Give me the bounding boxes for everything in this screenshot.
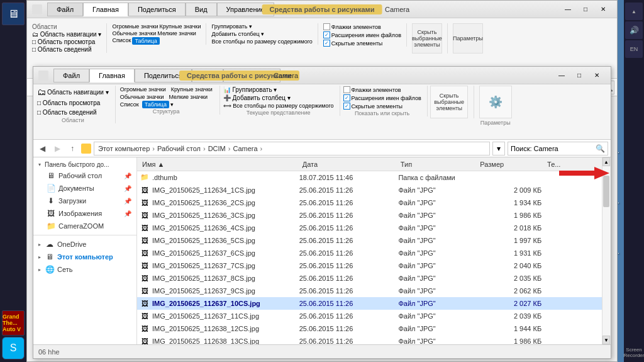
nav-downloads[interactable]: ⬇ Загрузки 📌: [33, 195, 136, 207]
normal-icons-back[interactable]: Обычные значки: [112, 30, 156, 37]
file-row-selected[interactable]: 🖼IMG_20150625_112637_10CS.jpg 25.06.2015…: [137, 297, 602, 310]
small-icons-back[interactable]: Мелкие значки: [157, 30, 196, 37]
file-row-4[interactable]: 🖼IMG_20150625_112636_5CS.jpg 25.06.2015 …: [137, 234, 602, 247]
taskbar-right-icon-2[interactable]: 🔊: [625, 21, 643, 39]
search-icon-front[interactable]: 🔍: [596, 144, 605, 153]
file-type-7: Файл "JPG": [396, 274, 476, 282]
scroll-thumb[interactable]: [603, 176, 609, 207]
table-btn-back[interactable]: Таблица: [132, 37, 159, 45]
nav-images[interactable]: 🖼 Изображения 📌: [33, 207, 136, 220]
fit-cols-btn[interactable]: ⟺ Все столбцы по размеру содержимого: [223, 102, 335, 110]
cb-ext[interactable]: ✓: [343, 94, 350, 101]
tab-view-back[interactable]: Вид: [186, 3, 217, 16]
details-btn-back[interactable]: □ Область сведений: [32, 46, 101, 53]
tab-file-back[interactable]: Файл: [47, 3, 83, 16]
col-header-tag[interactable]: Те...: [545, 161, 599, 168]
file-row-dthumb[interactable]: 📁 .dthumb 18.07.2015 11:46 Папка с файла…: [137, 171, 602, 184]
scroll-down-btn[interactable]: ▼: [602, 336, 610, 344]
nav-quick-access[interactable]: ▾ Панель быстрого до...: [33, 160, 136, 169]
col-header-name[interactable]: Имя ▲: [140, 161, 300, 168]
up-nav-front[interactable]: ↑: [66, 142, 79, 155]
nav-camerazoom[interactable]: 📁 CameraZOOM: [33, 220, 136, 232]
nav-camerazoom-label: CameraZOOM: [58, 222, 104, 230]
cb-flags-label-back: Флажки элементов: [331, 24, 381, 30]
add-col-btn-back[interactable]: Добавить столбец ▾: [211, 31, 312, 37]
large-icons-back[interactable]: Крупные значки: [159, 23, 201, 30]
nav-panel-btn-back[interactable]: 🗂 Область навигации ▾: [32, 31, 101, 38]
path-desktop-front[interactable]: Рабочий стол: [157, 145, 201, 152]
file-row-2[interactable]: 🖼IMG_20150625_112636_3CS.jpg 25.06.2015 …: [137, 209, 602, 222]
tab-share-back[interactable]: Поделиться: [128, 3, 186, 16]
group-btn-back[interactable]: Группировать ▾: [211, 23, 312, 30]
address-path-front[interactable]: Этот компьютер › Рабочий стол › DCIM › C…: [94, 142, 490, 156]
search-box-front[interactable]: 🔍: [508, 142, 608, 156]
taskbar-right-icon-3[interactable]: EN: [625, 40, 643, 58]
file-row-0[interactable]: 🖼 IMG_20150625_112634_1CS.jpg 25.06.2015…: [137, 184, 602, 196]
tab-home-front[interactable]: Главная: [89, 69, 135, 82]
hide-selected-btn[interactable]: Скрыть выбранные элементы: [430, 86, 468, 118]
file-row-8[interactable]: 🖼IMG_20150625_112637_9CS.jpg 25.06.2015 …: [137, 285, 602, 297]
minimize-back[interactable]: —: [559, 3, 577, 16]
close-back[interactable]: ✕: [594, 3, 612, 16]
minimize-front[interactable]: —: [553, 69, 570, 82]
huge-icons-btn[interactable]: Огромные значки: [118, 86, 168, 93]
back-nav-front[interactable]: ◀: [36, 142, 48, 155]
maximize-back[interactable]: □: [577, 3, 594, 16]
preview-btn[interactable]: □ Область просмотра: [36, 98, 110, 108]
path-camera-front[interactable]: Camera: [233, 145, 257, 152]
nav-onedrive[interactable]: ▸ ☁ OneDrive: [33, 238, 136, 251]
params-btn[interactable]: ⚙️: [479, 86, 512, 118]
nav-panel-btn[interactable]: 🗂 Область навигации ▾: [36, 86, 110, 98]
list-btn-back[interactable]: Список: [112, 37, 131, 45]
file-row-6[interactable]: 🖼IMG_20150625_112637_7CS.jpg 25.06.2015 …: [137, 259, 602, 272]
file-row-12[interactable]: 🖼IMG_20150625_112638_13CS.jpg 25.06.2015…: [137, 335, 602, 344]
params-btn-back[interactable]: Параметры: [453, 23, 483, 54]
col-header-type[interactable]: Тип: [398, 161, 477, 168]
search-input-front[interactable]: [511, 145, 596, 152]
path-dcim-front[interactable]: DCIM: [208, 145, 226, 152]
file-date-dthumb: 18.07.2015 11:46: [297, 174, 396, 181]
cb-ext-label-back: Расширения имен файлов: [331, 32, 401, 38]
file-row-10[interactable]: 🖼IMG_20150625_112637_11CS.jpg 25.06.2015…: [137, 310, 602, 322]
preview-btn-back[interactable]: □ Область просмотра: [32, 38, 101, 45]
small-icons-btn[interactable]: Мелкие значки: [167, 93, 210, 101]
file-size-12: 1 986 КБ: [476, 337, 544, 345]
group-btn[interactable]: 📊 Группировать ▾: [223, 86, 335, 94]
path-dropdown-front[interactable]: ▾: [492, 142, 505, 156]
col-header-size[interactable]: Размер: [477, 161, 545, 168]
hide-selected-btn-back[interactable]: Скрыть выбранные элементы: [412, 23, 442, 54]
file-row-7[interactable]: 🖼IMG_20150625_112637_8CS.jpg 25.06.2015 …: [137, 272, 602, 285]
taskbar-icon-gta[interactable]: Grand The... Auto V: [2, 310, 25, 336]
fit-cols-btn-back[interactable]: Все столбцы по размеру содержимого: [211, 38, 312, 45]
taskbar-right-icon-1[interactable]: ▲: [625, 3, 643, 20]
layout-expand-btn[interactable]: ▾: [170, 101, 174, 108]
close-front[interactable]: ✕: [588, 69, 606, 82]
tab-home-back[interactable]: Главная: [83, 3, 128, 16]
cb-flags[interactable]: [343, 86, 350, 93]
path-thispc-front[interactable]: Этот компьютер: [98, 145, 150, 152]
large-icons-btn[interactable]: Крупные значки: [169, 86, 214, 93]
nav-network[interactable]: ▸ 🌐 Сеть: [33, 263, 136, 276]
details-btn[interactable]: □ Область сведений: [36, 108, 110, 117]
col-header-date[interactable]: Дата: [300, 161, 398, 168]
maximize-front[interactable]: □: [570, 69, 588, 82]
fwd-nav-front[interactable]: ▶: [51, 142, 64, 155]
file-row-5[interactable]: 🖼IMG_20150625_112637_6CS.jpg 25.06.2015 …: [137, 247, 602, 259]
tab-file-front[interactable]: Файл: [53, 69, 89, 82]
file-row-3[interactable]: 🖼IMG_20150625_112636_4CS.jpg 25.06.2015 …: [137, 222, 602, 234]
cb-hidden[interactable]: ✓: [343, 103, 350, 110]
huge-icons-back[interactable]: Огромные значки: [112, 23, 158, 30]
file-row-11[interactable]: 🖼IMG_20150625_112638_12CS.jpg 25.06.2015…: [137, 322, 602, 335]
file-row-1[interactable]: 🖼IMG_20150625_112636_2CS.jpg 25.06.2015 …: [137, 196, 602, 209]
normal-icons-btn[interactable]: Обычные значки: [118, 93, 166, 101]
nav-docs[interactable]: 📄 Документы 📌: [33, 182, 136, 195]
nav-desktop[interactable]: 🖥 Рабочий стол 📌: [33, 169, 136, 182]
scroll-up-btn[interactable]: ▲: [602, 157, 610, 166]
taskbar-icon-1[interactable]: 🖥: [2, 3, 25, 25]
list-btn[interactable]: Список: [118, 101, 141, 108]
add-col-btn[interactable]: ➕ Добавить столбец ▾: [223, 94, 335, 102]
file-list-scrollbar[interactable]: ▲ ▼: [602, 157, 611, 344]
table-btn[interactable]: Таблица: [142, 101, 169, 108]
taskbar-icon-skype[interactable]: S: [2, 337, 25, 359]
nav-thispc[interactable]: ▸ 🖥 Этот компьютер: [33, 251, 136, 263]
